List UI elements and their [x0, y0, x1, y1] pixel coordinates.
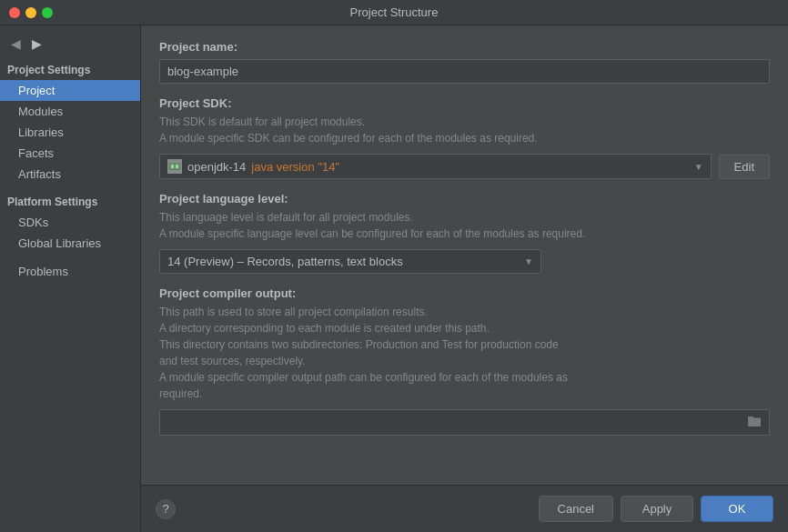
- ok-button[interactable]: OK: [701, 496, 773, 522]
- svg-rect-2: [176, 165, 178, 168]
- minimize-button[interactable]: [25, 7, 36, 18]
- sidebar: ◀ ▶ Project Settings Project Modules Lib…: [0, 25, 141, 532]
- compiler-desc: This path is used to store all project c…: [159, 304, 770, 402]
- language-value: 14 (Preview) – Records, patterns, text b…: [167, 255, 403, 268]
- compiler-section-title: Project compiler output:: [159, 286, 770, 300]
- language-desc: This language level is default for all p…: [159, 209, 770, 242]
- window-title: Project Structure: [350, 5, 439, 19]
- platform-settings-header: Platform Settings: [0, 192, 140, 212]
- language-section-title: Project language level:: [159, 192, 770, 206]
- sidebar-item-problems[interactable]: Problems: [0, 261, 140, 282]
- sdk-name: openjdk-14: [187, 160, 246, 174]
- chevron-down-icon: ▼: [694, 162, 703, 172]
- window-controls: [9, 7, 53, 18]
- sidebar-item-facets[interactable]: Facets: [0, 143, 140, 164]
- help-button[interactable]: ?: [156, 499, 176, 519]
- compiler-output-input[interactable]: [167, 416, 747, 429]
- sidebar-item-artifacts[interactable]: Artifacts: [0, 164, 140, 185]
- bottom-buttons: Cancel Apply OK: [539, 496, 773, 522]
- bottom-bar: ? Cancel Apply OK: [141, 485, 788, 532]
- sidebar-item-project[interactable]: Project: [0, 80, 140, 101]
- sdk-version: java version "14": [251, 160, 339, 174]
- compiler-output-field: [159, 409, 770, 436]
- language-chevron-icon: ▼: [524, 256, 533, 266]
- content-area: Project name: Project SDK: This SDK is d…: [141, 25, 788, 532]
- sdk-edit-button[interactable]: Edit: [719, 155, 770, 179]
- sdk-desc: This SDK is default for all project modu…: [159, 114, 770, 146]
- content-scroll: Project name: Project SDK: This SDK is d…: [141, 25, 788, 485]
- sdk-section-title: Project SDK:: [159, 96, 770, 110]
- language-select[interactable]: 14 (Preview) – Records, patterns, text b…: [159, 249, 541, 274]
- close-button[interactable]: [9, 7, 20, 18]
- sidebar-item-sdks[interactable]: SDKs: [0, 212, 140, 233]
- sdk-icon: [167, 159, 182, 174]
- sidebar-item-modules[interactable]: Modules: [0, 101, 140, 122]
- nav-back-forward: ◀ ▶: [0, 33, 140, 60]
- title-bar: Project Structure: [0, 0, 788, 25]
- cancel-button[interactable]: Cancel: [539, 496, 613, 522]
- project-settings-header: Project Settings: [0, 60, 140, 80]
- maximize-button[interactable]: [42, 7, 53, 18]
- back-arrow[interactable]: ◀: [7, 36, 25, 51]
- folder-icon[interactable]: [747, 415, 762, 430]
- svg-rect-0: [169, 163, 180, 170]
- sidebar-item-libraries[interactable]: Libraries: [0, 122, 140, 143]
- svg-rect-1: [171, 165, 174, 168]
- sdk-select[interactable]: openjdk-14 java version "14" ▼: [159, 154, 712, 179]
- sidebar-item-global-libraries[interactable]: Global Libraries: [0, 233, 140, 254]
- main-layout: ◀ ▶ Project Settings Project Modules Lib…: [0, 25, 788, 532]
- forward-arrow[interactable]: ▶: [28, 36, 45, 51]
- project-name-label: Project name:: [159, 40, 770, 54]
- project-name-input[interactable]: [159, 59, 770, 84]
- apply-button[interactable]: Apply: [621, 496, 693, 522]
- sdk-row: openjdk-14 java version "14" ▼ Edit: [159, 154, 770, 179]
